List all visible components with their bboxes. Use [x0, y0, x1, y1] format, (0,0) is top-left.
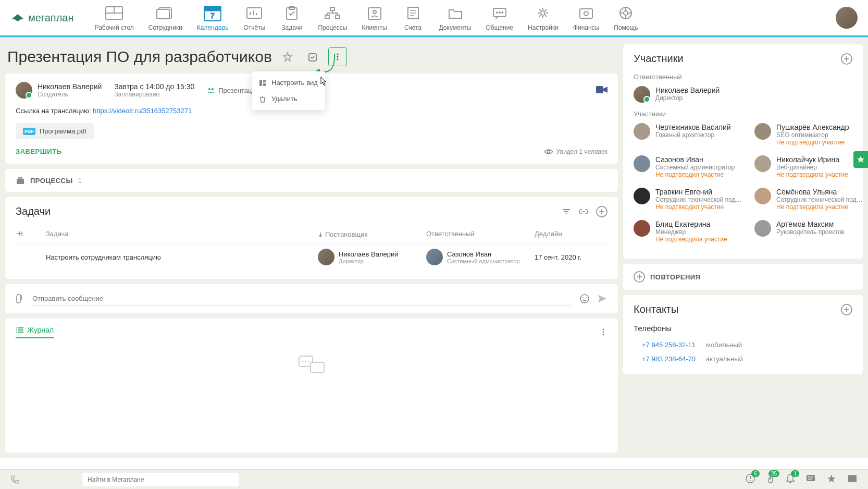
creator-block[interactable]: Николаев Валерий Создатель: [16, 82, 102, 99]
nav-chat[interactable]: Общение: [486, 4, 513, 31]
avatar: [634, 123, 650, 140]
participant-item[interactable]: Сазонов Иван Системный администратор Не …: [634, 155, 744, 178]
more-dropdown: Настроить вид Удалить: [252, 71, 325, 110]
send-icon[interactable]: [597, 294, 607, 303]
svg-point-68: [603, 329, 604, 331]
nav-invoices[interactable]: Счета: [402, 4, 425, 31]
avatar: [754, 188, 771, 204]
participant-item[interactable]: Николайчук Ирина Веб-дизайнер Не подтвер…: [754, 155, 865, 178]
logo-icon: [10, 12, 25, 23]
journal-tab[interactable]: Журнал: [16, 326, 54, 338]
svg-rect-16: [325, 15, 329, 18]
processes-block[interactable]: ПРОЦЕССЫ 1: [5, 169, 618, 192]
avatar: [16, 82, 32, 99]
cursor-icon: [318, 76, 328, 88]
nav-employees[interactable]: Сотрудники: [148, 4, 182, 31]
complete-button[interactable]: ЗАВЕРШИТЬ: [16, 148, 61, 155]
nav-clients[interactable]: Клиенты: [362, 4, 387, 31]
expand-icon[interactable]: [16, 230, 42, 239]
nav-finance[interactable]: Финансы: [573, 4, 599, 31]
nav-calendar[interactable]: ОКТ7Календарь: [197, 4, 229, 31]
svg-text:ОКТ: ОКТ: [209, 7, 216, 10]
svg-point-30: [584, 11, 588, 16]
task-assigner[interactable]: Николаев Валерий Директор: [318, 249, 422, 265]
participant-item[interactable]: Пушкарёв Александр SEO оптимизатор Не по…: [754, 123, 865, 146]
nav-settings[interactable]: Настройки: [528, 4, 559, 31]
top-nav: мегаплан Рабочий стол Сотрудники ОКТ7Кал…: [0, 0, 868, 37]
configure-view-item[interactable]: Настроить вид: [252, 75, 325, 91]
participant-responsible[interactable]: Николаев Валерий Директор: [634, 86, 852, 103]
svg-point-73: [302, 361, 304, 362]
journal-more-icon[interactable]: [599, 328, 607, 336]
phone-number[interactable]: +7 983 238-64-70: [642, 355, 696, 363]
video-icon[interactable]: [596, 86, 607, 95]
svg-rect-46: [596, 86, 603, 93]
star-icon[interactable]: [278, 47, 297, 66]
journal-card: Журнал: [5, 319, 618, 453]
eye-icon: [544, 149, 553, 155]
emoji-icon[interactable]: [579, 294, 590, 304]
creator-role: Создатель: [38, 91, 102, 98]
participant-item[interactable]: Чертежников Василий Главный архитектор: [634, 123, 744, 146]
logo[interactable]: мегаплан: [10, 12, 74, 24]
svg-rect-72: [311, 362, 324, 373]
svg-point-74: [305, 361, 307, 362]
svg-rect-42: [263, 80, 266, 82]
schedule-block: Завтра с 14:00 до 15:30 Запланировано: [114, 82, 194, 98]
page-title: Презентация ПО для разработчиков: [7, 48, 272, 66]
people-icon: [207, 87, 215, 93]
svg-point-65: [16, 327, 17, 328]
logo-text: мегаплан: [28, 12, 74, 24]
phone-row: +7 983 238-64-70актуальный: [634, 352, 852, 366]
sort-assigner[interactable]: Постановщик: [318, 230, 422, 239]
broadcast-link[interactable]: https://videotr.ru/3516352753271: [93, 107, 192, 115]
svg-point-27: [501, 12, 503, 14]
task-head: Задача Постановщик Ответственный Дедлайн: [16, 226, 607, 243]
link-icon[interactable]: [578, 209, 589, 215]
phone-number[interactable]: +7 945 258-32-11: [642, 341, 696, 349]
svg-rect-9: [247, 8, 262, 18]
filter-icon[interactable]: [562, 208, 571, 215]
participants-card: Участники Ответственный Николаев Валерий…: [623, 44, 863, 259]
participant-item[interactable]: Семёнова Ульяна Сотрудник технической по…: [754, 188, 865, 211]
svg-rect-4: [157, 9, 169, 19]
file-attachment[interactable]: PDF Программа.pdf: [16, 123, 94, 139]
add-task-button[interactable]: [596, 206, 607, 217]
participant-item[interactable]: Артёмов Максим Руководитель проектов: [754, 220, 865, 243]
nav-reports[interactable]: Отчёты: [243, 4, 266, 31]
svg-point-69: [603, 332, 604, 333]
nav-items: Рабочий стол Сотрудники ОКТ7Календарь От…: [95, 4, 836, 31]
nav-processes[interactable]: Процессы: [318, 4, 347, 31]
tasks-card: Задачи Задача Постановщик Ответственный …: [5, 197, 618, 279]
nav-documents[interactable]: Документы: [439, 4, 472, 31]
participant-item[interactable]: Травкин Евгений Сотрудник технической по…: [634, 188, 744, 211]
responsible-label: Ответственный: [634, 73, 852, 81]
attach-icon[interactable]: [16, 294, 25, 304]
add-participant-button[interactable]: [841, 53, 852, 65]
nav-tasks[interactable]: Задачи: [280, 4, 303, 31]
nav-desktop[interactable]: Рабочий стол: [95, 4, 134, 31]
avatar: [634, 86, 650, 103]
repetitions-block[interactable]: ПОВТОРЕНИЯ: [623, 264, 863, 290]
task-row[interactable]: Настроить сотрудникам трансляцию Николае…: [16, 243, 607, 271]
nav-help[interactable]: Помощь: [614, 4, 638, 31]
list-icon: [16, 326, 24, 334]
avatar: [318, 249, 334, 265]
feedback-tab[interactable]: [853, 151, 868, 168]
svg-point-60: [582, 297, 584, 298]
seen-indicator[interactable]: Увидел 1 человек: [544, 148, 607, 155]
delete-item[interactable]: Удалить: [252, 91, 325, 107]
svg-rect-49: [19, 177, 22, 179]
avatar: [754, 220, 771, 237]
page-title-row: Презентация ПО для разработчиков Настрои…: [5, 44, 618, 68]
message-input[interactable]: [32, 291, 572, 306]
avatar: [754, 155, 771, 172]
participants-title: Участники: [634, 53, 684, 65]
svg-point-25: [496, 12, 498, 14]
creator-name: Николаев Валерий: [38, 82, 102, 91]
add-contact-button[interactable]: [841, 304, 852, 315]
task-responsible[interactable]: Сазонов Иван Системный администратор: [426, 249, 530, 265]
participant-item[interactable]: Блиц Екатерина Менеджер Не подтвердила у…: [634, 220, 744, 243]
user-avatar[interactable]: [836, 7, 858, 29]
svg-rect-15: [330, 7, 334, 10]
